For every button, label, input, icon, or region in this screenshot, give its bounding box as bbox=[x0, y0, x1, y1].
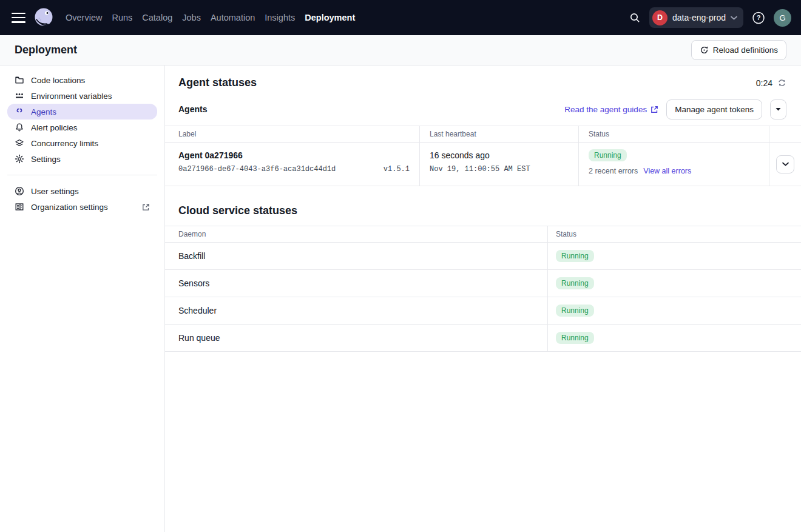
cloud-services-table: Daemon Status Backfill Running Sensors R… bbox=[165, 226, 801, 352]
sidebar-item-concurrency-limits[interactable]: Concurrency limits bbox=[7, 135, 157, 151]
deployment-name: data-eng-prod bbox=[672, 13, 726, 22]
daemon-row-sensors: Sensors Running bbox=[165, 270, 801, 297]
user-avatar[interactable]: G bbox=[774, 9, 791, 27]
organization-icon bbox=[15, 202, 24, 212]
sidebar-item-agents[interactable]: Agents bbox=[7, 104, 157, 120]
sidebar-item-organization-settings[interactable]: Organization settings bbox=[7, 199, 157, 215]
daemon-status-badge: Running bbox=[556, 277, 594, 289]
agent-version: v1.5.1 bbox=[384, 165, 410, 173]
layers-icon bbox=[15, 138, 24, 148]
daemon-row-backfill: Backfill Running bbox=[165, 243, 801, 270]
cloud-service-statuses-title: Cloud service statuses bbox=[178, 204, 786, 217]
daemon-status-badge: Running bbox=[556, 250, 594, 262]
sidebar-item-settings[interactable]: Settings bbox=[7, 151, 157, 167]
heartbeat-relative: 16 seconds ago bbox=[430, 150, 569, 160]
view-all-errors-link[interactable]: View all errors bbox=[643, 167, 691, 175]
hamburger-menu-icon[interactable] bbox=[12, 13, 25, 23]
agent-row-expand-button[interactable] bbox=[776, 155, 794, 173]
agents-table: Label Last heartbeat Status Agent 0a2719… bbox=[165, 126, 801, 186]
agent-statuses-title: Agent statuses bbox=[178, 76, 257, 89]
daemon-status-badge: Running bbox=[556, 305, 594, 317]
page-header: Deployment Reload definitions bbox=[0, 35, 801, 66]
agents-more-actions-button[interactable] bbox=[770, 99, 786, 120]
manage-agent-tokens-button[interactable]: Manage agent tokens bbox=[666, 99, 762, 120]
reload-icon bbox=[700, 45, 709, 55]
folder-icon bbox=[15, 75, 24, 85]
agent-guides-link[interactable]: Read the agent guides bbox=[564, 105, 658, 114]
agent-icon bbox=[15, 107, 24, 116]
main-content: Agent statuses 0:24 Agents Read the agen… bbox=[165, 66, 801, 532]
bell-icon bbox=[15, 123, 24, 132]
col-header-label: Label bbox=[165, 126, 419, 142]
agent-row: Agent 0a271966 0a271966-de67-4043-a3f6-a… bbox=[165, 143, 801, 186]
nav-overview[interactable]: Overview bbox=[66, 10, 102, 25]
sidebar-item-environment-variables[interactable]: Environment variables bbox=[7, 88, 157, 104]
external-link-icon bbox=[651, 106, 658, 113]
nav-runs[interactable]: Runs bbox=[112, 10, 132, 25]
caret-down-icon bbox=[776, 107, 781, 111]
daemon-row-scheduler: Scheduler Running bbox=[165, 297, 801, 325]
nav-catalog[interactable]: Catalog bbox=[142, 10, 172, 25]
deployment-initial-badge: D bbox=[652, 10, 668, 25]
gear-icon bbox=[15, 154, 24, 164]
page-title: Deployment bbox=[15, 44, 77, 56]
reload-definitions-button[interactable]: Reload definitions bbox=[691, 40, 786, 60]
col-header-status: Status bbox=[578, 126, 769, 142]
svg-text:?: ? bbox=[757, 14, 761, 21]
col-header-daemon: Daemon bbox=[165, 226, 547, 242]
nav-automation[interactable]: Automation bbox=[211, 10, 255, 25]
sidebar-divider bbox=[7, 175, 157, 175]
col-header-expander bbox=[769, 126, 801, 142]
top-navigation-bar: Overview Runs Catalog Jobs Automation In… bbox=[0, 0, 801, 35]
daemon-name: Scheduler bbox=[165, 297, 547, 324]
user-circle-icon bbox=[15, 186, 24, 196]
recent-errors-count: 2 recent errors bbox=[589, 167, 638, 175]
sidebar-item-user-settings[interactable]: User settings bbox=[7, 183, 157, 199]
daemon-name: Sensors bbox=[165, 270, 547, 297]
col-header-heartbeat: Last heartbeat bbox=[419, 126, 578, 142]
daemon-row-run-queue: Run queue Running bbox=[165, 325, 801, 352]
help-icon[interactable]: ? bbox=[749, 8, 768, 27]
env-variables-icon bbox=[15, 91, 24, 101]
dagster-logo[interactable] bbox=[32, 6, 55, 29]
external-link-icon bbox=[142, 203, 150, 211]
primary-nav: Overview Runs Catalog Jobs Automation In… bbox=[66, 10, 355, 25]
nav-deployment[interactable]: Deployment bbox=[305, 10, 355, 25]
refresh-countdown: 0:24 bbox=[756, 78, 786, 88]
nav-insights[interactable]: Insights bbox=[265, 10, 295, 25]
daemon-name: Run queue bbox=[165, 325, 547, 351]
agent-name: Agent 0a271966 bbox=[178, 150, 410, 160]
deployment-switcher[interactable]: D data-eng-prod bbox=[649, 7, 743, 28]
refresh-icon[interactable] bbox=[777, 78, 786, 87]
search-icon[interactable] bbox=[626, 9, 643, 26]
chevron-down-icon bbox=[731, 16, 737, 20]
agent-status-badge: Running bbox=[589, 149, 627, 161]
sidebar-item-alert-policies[interactable]: Alert policies bbox=[7, 120, 157, 135]
nav-jobs[interactable]: Jobs bbox=[182, 10, 201, 25]
agent-id: 0a271966-de67-4043-a3f6-aca31dc44d1d bbox=[178, 165, 336, 173]
daemon-status-badge: Running bbox=[556, 332, 594, 344]
sidebar-item-code-locations[interactable]: Code locations bbox=[7, 72, 157, 88]
chevron-down-icon bbox=[782, 162, 789, 166]
daemon-name: Backfill bbox=[165, 243, 547, 269]
agents-subsection-label: Agents bbox=[178, 104, 207, 114]
deployment-sidebar: Code locations Environment variables Age… bbox=[0, 66, 165, 532]
heartbeat-absolute: Nov 19, 11:00:55 AM EST bbox=[430, 165, 569, 173]
col-header-daemon-status: Status bbox=[547, 226, 801, 242]
